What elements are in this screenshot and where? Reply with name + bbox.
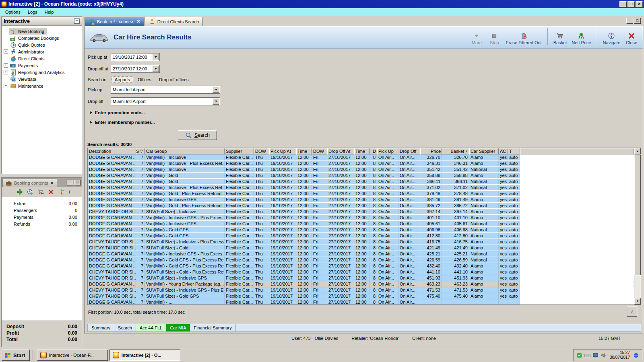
table-row[interactable]: CHEVY TAHOE OR SI...7SUV(Full Size) - Go… bbox=[88, 269, 634, 275]
table-row[interactable]: DODGE G CARAVAN ...7Van(Mini) - Gold - P… bbox=[88, 203, 634, 209]
table-row[interactable]: CHEVY TAHOE OR SI...7SUV(Full Size) - In… bbox=[88, 275, 634, 281]
bottom-tab-financial-summary[interactable]: Financial Summary bbox=[190, 324, 236, 331]
promotion-code-expander[interactable]: Enter promotion code... bbox=[90, 110, 643, 115]
chevron-down-icon[interactable] bbox=[152, 54, 159, 60]
tab-direct-clients-search[interactable]: Direct Clients Search bbox=[145, 17, 203, 26]
table-row[interactable]: DODGE G CARAVAN ...7Van(Mini) - GoldFlex… bbox=[88, 179, 634, 185]
close-button[interactable]: × bbox=[636, 1, 643, 7]
start-button[interactable]: Start bbox=[2, 350, 30, 361]
maximize-button[interactable]: □ bbox=[627, 1, 635, 7]
column-header-basket[interactable]: Basket▼ bbox=[442, 148, 469, 154]
pickup-location-combo[interactable]: Miami Intl Airport bbox=[111, 86, 220, 94]
add-icon[interactable] bbox=[17, 189, 23, 195]
table-row[interactable]: DODGE G CARAVAN ...7Van(Mini) - Inclusiv… bbox=[88, 251, 634, 257]
table-row[interactable]: DODGE G CARAVAN ...7Van(Mini) - Inclusiv… bbox=[88, 167, 634, 173]
sidebar-item-viewdata[interactable]: Viewdata bbox=[2, 76, 82, 82]
table-row[interactable]: DODGE G CARAVAN ...7Van(Mini) - Gold - P… bbox=[88, 191, 634, 197]
menu-options[interactable]: Options bbox=[2, 9, 24, 15]
pickup-at-combo[interactable]: 19/10/2017 12:00 bbox=[111, 53, 160, 61]
sidebar-item-administrator[interactable]: +Administrator bbox=[2, 48, 82, 55]
search-in-drop-off-offices[interactable]: Drop off offices bbox=[156, 76, 192, 83]
taskbar-window-button[interactable]: Interactive - Ocean-F... bbox=[37, 350, 108, 361]
table-row[interactable]: DODGE G CARAVAN ...7Van(Mini) - Gold GPS… bbox=[88, 263, 634, 269]
dropoff-location-combo[interactable]: Miami Intl Airport bbox=[111, 97, 220, 105]
menu-help[interactable]: Help bbox=[41, 9, 58, 15]
tray-network-icon[interactable] bbox=[633, 352, 639, 358]
table-row[interactable]: DODGE G CARAVAN ...7Van(Mini) - Inclusiv… bbox=[88, 197, 634, 203]
table-row[interactable]: DODGE G CARAVAN ...7Van(Mini) - Inclusiv… bbox=[88, 221, 634, 227]
table-row[interactable]: CHEVY TAHOE OR SI...7SUV(Full Size) - Go… bbox=[88, 245, 634, 251]
column-header-pickup_dow[interactable]: DOW bbox=[254, 148, 269, 154]
membership-number-expander[interactable]: Enter membership number... bbox=[90, 120, 643, 125]
expand-icon[interactable]: + bbox=[4, 84, 8, 88]
booking-contents-tab[interactable]: Booking contents ✕ bbox=[2, 179, 57, 187]
navigate-button[interactable]: Navigate bbox=[603, 32, 620, 45]
taskbar-window-button[interactable]: Interactive [2] - O... bbox=[109, 350, 180, 361]
history-icon[interactable] bbox=[27, 189, 33, 195]
column-header-dropoff_location[interactable]: Drop Off bbox=[398, 148, 420, 154]
chevron-down-icon[interactable] bbox=[213, 98, 219, 105]
erase-filtered-out-button[interactable]: Erase Filtered Out bbox=[506, 32, 541, 45]
tray-display-icon[interactable] bbox=[592, 352, 599, 358]
chevron-down-icon[interactable] bbox=[213, 86, 219, 93]
info-icon[interactable]: i bbox=[69, 189, 75, 195]
sidebar-item-completed-bookings[interactable]: Completed Bookings bbox=[2, 35, 82, 41]
cart-add-icon[interactable] bbox=[37, 189, 44, 195]
dropoff-at-combo[interactable]: 27/10/2017 12:00 bbox=[111, 65, 160, 73]
table-row[interactable]: DODGE G CARAVAN ...7Van(Mini) - Inclusiv… bbox=[88, 154, 634, 160]
scroll-up-icon[interactable]: ▲ bbox=[634, 148, 641, 154]
minimize-panel-button[interactable]: _ bbox=[67, 180, 73, 185]
scrollbar-thumb[interactable] bbox=[634, 155, 641, 275]
column-header-pickup_time[interactable]: Time bbox=[296, 148, 312, 154]
expand-icon[interactable]: + bbox=[4, 63, 8, 68]
menu-logs[interactable]: Logs bbox=[24, 9, 41, 15]
sidebar-item-payments[interactable]: +Payments bbox=[2, 62, 82, 69]
close-icon[interactable]: ✕ bbox=[50, 181, 54, 186]
mdi-minimize-button[interactable]: _ bbox=[626, 18, 633, 24]
search-button[interactable]: Search bbox=[178, 130, 217, 140]
table-row[interactable]: CHEVY TAHOE OR SI...7SUV(Full Size) - In… bbox=[88, 209, 634, 215]
column-header-days[interactable]: D bbox=[370, 148, 377, 154]
sidebar-item-quick-quotes[interactable]: Quick Quotes bbox=[2, 41, 82, 48]
close-button[interactable]: Close bbox=[625, 32, 638, 45]
info-button[interactable]: i bbox=[627, 306, 637, 317]
vertical-scrollbar[interactable]: ▲ ▼ bbox=[634, 148, 641, 304]
column-header-description[interactable]: Description bbox=[88, 148, 136, 154]
mdi-restore-button[interactable]: □ bbox=[634, 18, 641, 24]
scroll-down-icon[interactable]: ▼ bbox=[634, 298, 641, 304]
sidebar-item-direct-clients[interactable]: Direct Clients bbox=[2, 55, 82, 62]
table-row[interactable]: CHEVY TAHOE OR SI...7SUV(Full Size) - In… bbox=[88, 239, 634, 245]
maximize-panel-button[interactable]: □ bbox=[74, 180, 80, 185]
tab-booking-ref[interactable]: Book. ref.: <none>✕ bbox=[85, 17, 144, 26]
column-header-s[interactable]: S bbox=[136, 148, 145, 154]
table-row[interactable]: DODGE G CARAVAN ...7Van(Mini) - ...Flexi… bbox=[88, 299, 634, 304]
search-in-airports[interactable]: Airports bbox=[111, 76, 133, 83]
basket-button[interactable]: Basket bbox=[553, 32, 567, 45]
delete-icon[interactable] bbox=[48, 189, 54, 195]
table-row[interactable]: DODGE G CARAVAN ...7Van(Mini) - Inclusiv… bbox=[88, 185, 634, 191]
collapse-panel-button[interactable]: − bbox=[74, 19, 80, 24]
sidebar-item-new-booking[interactable]: New Booking bbox=[2, 28, 82, 35]
column-header-transmission[interactable]: T bbox=[508, 148, 520, 154]
column-header-pickup_date[interactable]: Pick Up At bbox=[269, 148, 296, 154]
tray-green-icon[interactable] bbox=[576, 352, 582, 358]
table-row[interactable]: DODGE G CARAVAN ...7Van(Mini) - Gold GPS… bbox=[88, 227, 634, 233]
column-header-ac[interactable]: AC bbox=[499, 148, 508, 154]
column-header-dropoff_date[interactable]: Drop Off At bbox=[327, 148, 354, 154]
tray-audio-icon[interactable] bbox=[601, 352, 607, 358]
table-row[interactable]: DODGE G CARAVAN ...7Van(Mini) - Young Dr… bbox=[88, 281, 634, 287]
chevron-down-icon[interactable] bbox=[152, 66, 159, 72]
table-row[interactable]: CHEVY TAHOE OR SI...7SUV(Full Size) - In… bbox=[88, 287, 634, 293]
palm-tree-icon[interactable] bbox=[58, 189, 65, 195]
bottom-tab-acc-4a-fll[interactable]: Acc 4A FLL bbox=[136, 324, 166, 331]
table-row[interactable]: DODGE G CARAVAN ...7Van(Mini) - Inclusiv… bbox=[88, 215, 634, 221]
table-row[interactable]: DODGE G CARAVAN ...7Van(Mini) - GoldFlex… bbox=[88, 173, 634, 179]
bottom-tab-search[interactable]: Search bbox=[114, 324, 136, 331]
minimize-button[interactable]: _ bbox=[619, 1, 627, 7]
column-header-price[interactable]: Price bbox=[420, 148, 442, 154]
expand-icon[interactable]: + bbox=[4, 70, 8, 74]
tray-keyboard-icon[interactable] bbox=[584, 352, 590, 358]
bottom-tab-summary[interactable]: Summary bbox=[88, 324, 114, 331]
bottom-tab-car-mia[interactable]: Car MIA bbox=[166, 324, 190, 331]
expand-icon[interactable]: + bbox=[4, 49, 8, 54]
